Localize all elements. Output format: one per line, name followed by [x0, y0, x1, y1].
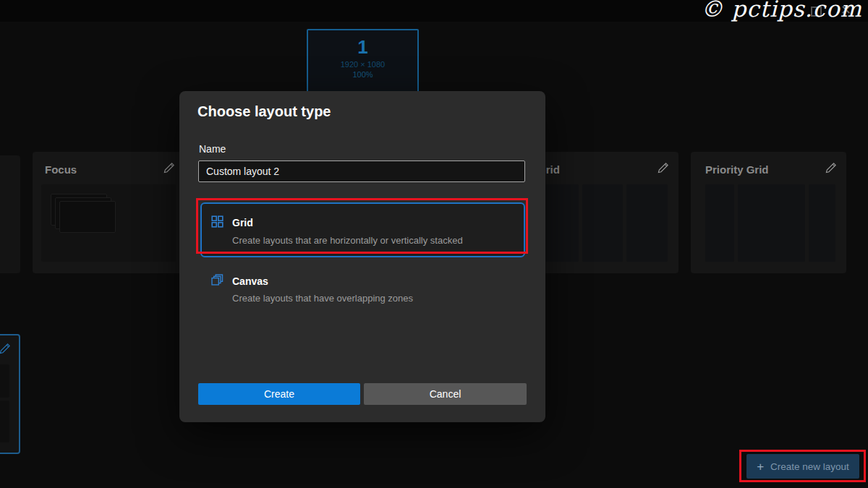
monitor-selector-1[interactable]: 1 1920 × 1080 100%: [307, 29, 419, 95]
option-grid-description: Create layouts that are horizontally or …: [232, 235, 463, 246]
zone: [626, 184, 668, 262]
grid-layout-preview: [537, 184, 668, 262]
zone: [809, 184, 835, 262]
option-grid[interactable]: [200, 202, 525, 257]
layout-card-custom-selected[interactable]: [0, 334, 20, 454]
layout-card-title: Focus: [45, 163, 77, 176]
layout-card-partial[interactable]: [0, 155, 20, 273]
zone: [0, 364, 9, 398]
layout-name-input[interactable]: [198, 160, 525, 182]
choose-layout-type-dialog: Choose layout type Name Grid Create layo…: [179, 91, 545, 422]
create-new-layout-button[interactable]: + Create new layout: [746, 454, 859, 479]
dialog-title: Choose layout type: [197, 103, 331, 120]
priority-grid-layout-preview: [705, 184, 835, 262]
edit-layout-icon[interactable]: [0, 343, 11, 354]
zone: [0, 401, 9, 442]
edit-layout-icon[interactable]: [825, 162, 837, 174]
name-label: Name: [199, 143, 226, 155]
focus-zone: [59, 201, 116, 233]
create-button[interactable]: Create: [198, 383, 360, 405]
edit-layout-icon[interactable]: [163, 162, 175, 174]
focus-layout-preview: [41, 184, 176, 262]
monitor-scale: 100%: [308, 70, 417, 79]
plus-icon: +: [757, 461, 764, 473]
grid-icon: [211, 215, 224, 228]
option-canvas-description: Create layouts that have overlapping zon…: [232, 293, 413, 304]
canvas-icon: [211, 274, 224, 286]
option-grid-label: Grid: [232, 217, 253, 228]
zone: [738, 184, 805, 262]
custom-layout-preview: [0, 364, 9, 442]
zone: [582, 184, 624, 262]
monitor-number: 1: [308, 36, 417, 59]
watermark: © pctips.com: [701, 0, 862, 22]
layout-card-priority-grid[interactable]: Priority Grid: [691, 152, 846, 273]
option-canvas-label: Canvas: [232, 275, 268, 287]
monitor-resolution: 1920 × 1080: [308, 60, 417, 69]
edit-layout-icon[interactable]: [658, 162, 669, 174]
layout-card-focus[interactable]: Focus: [33, 152, 184, 273]
layout-card-title: Priority Grid: [705, 163, 769, 176]
option-canvas[interactable]: [200, 263, 525, 318]
create-new-layout-label: Create new layout: [770, 461, 849, 472]
cancel-button[interactable]: Cancel: [364, 383, 527, 405]
layout-card-grid[interactable]: Grid: [523, 152, 678, 273]
zone: [705, 184, 734, 262]
